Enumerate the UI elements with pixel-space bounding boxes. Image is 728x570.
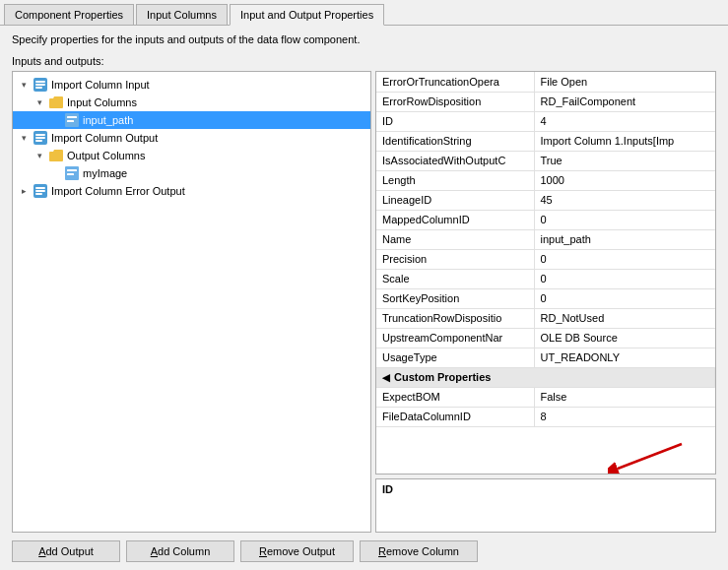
tree-content: ▾ Import Column Input bbox=[13, 72, 370, 532]
svg-rect-6 bbox=[67, 120, 74, 122]
svg-rect-3 bbox=[35, 87, 42, 89]
description-area: ID bbox=[375, 478, 716, 533]
prop-row-truncation-row[interactable]: TruncationRowDispositio RD_NotUsed bbox=[376, 308, 715, 328]
svg-rect-12 bbox=[67, 169, 77, 171]
tree-item-my-image[interactable]: myImage bbox=[13, 164, 370, 182]
folder-icon-input-columns bbox=[48, 95, 64, 110]
prop-row-scale[interactable]: Scale 0 bbox=[376, 269, 715, 288]
prop-value-lineage-id: 45 bbox=[534, 190, 715, 210]
svg-rect-13 bbox=[67, 173, 74, 175]
right-panel: ErrorOrTruncationOpera File Open ErrorRo… bbox=[375, 71, 716, 533]
expand-icon-input-columns-folder: ▾ bbox=[33, 95, 46, 109]
prop-value-usage-type: UT_READONLY bbox=[534, 348, 715, 367]
description-text: Specify properties for the inputs and ou… bbox=[12, 33, 716, 45]
svg-rect-2 bbox=[35, 84, 45, 86]
prop-row-usage-type[interactable]: UsageType UT_READONLY bbox=[376, 348, 715, 367]
prop-row-error-truncation[interactable]: ErrorOrTruncationOpera File Open bbox=[376, 72, 715, 92]
expand-icon-import-column-output: ▾ bbox=[17, 131, 31, 145]
prop-row-id[interactable]: ID 4 bbox=[376, 111, 715, 131]
prop-value-error-row-disposition: RD_FailComponent bbox=[534, 92, 715, 111]
properties-table-container: ErrorOrTruncationOpera File Open ErrorRo… bbox=[375, 71, 716, 475]
tree-item-import-column-output[interactable]: ▾ Import Column Output bbox=[13, 129, 370, 147]
prop-row-name[interactable]: Name input_path bbox=[376, 229, 715, 249]
prop-value-scale: 0 bbox=[534, 269, 715, 288]
prop-value-id: 4 bbox=[534, 111, 715, 131]
svg-rect-10 bbox=[35, 140, 42, 142]
tree-label-import-column-input: Import Column Input bbox=[51, 79, 150, 91]
prop-name-expect-bom: ExpectBOM bbox=[376, 387, 534, 407]
svg-rect-9 bbox=[35, 137, 45, 139]
prop-value-identification-string: Import Column 1.Inputs[Imp bbox=[534, 131, 715, 151]
tree-label-input-path: input_path bbox=[83, 114, 133, 126]
prop-name-lineage-id: LineageID bbox=[376, 190, 534, 210]
column-icon-my-image bbox=[64, 165, 80, 181]
prop-name-is-associated: IsAssociatedWithOutputC bbox=[376, 151, 534, 170]
prop-row-sort-key-position[interactable]: SortKeyPosition 0 bbox=[376, 288, 715, 308]
prop-value-expect-bom: False bbox=[534, 387, 715, 407]
tab-input-columns[interactable]: Input Columns bbox=[136, 4, 228, 25]
buttons-row: Add Output Add Column Remove Output Remo… bbox=[12, 540, 716, 562]
expand-icon-output-columns-folder: ▾ bbox=[33, 149, 46, 162]
prop-row-expect-bom[interactable]: ExpectBOM False bbox=[376, 387, 715, 407]
table-with-scroll: ErrorOrTruncationOpera File Open ErrorRo… bbox=[376, 72, 715, 474]
prop-value-is-associated: True bbox=[534, 151, 715, 170]
properties-table: ErrorOrTruncationOpera File Open ErrorRo… bbox=[376, 72, 715, 427]
tree-item-input-columns-folder[interactable]: ▾ Input Columns bbox=[13, 94, 370, 111]
prop-row-upstream-component[interactable]: UpstreamComponentNar OLE DB Source bbox=[376, 328, 715, 348]
component-icon-import-column-input bbox=[33, 77, 48, 93]
tree-label-import-column-output: Import Column Output bbox=[51, 132, 158, 144]
prop-section-custom-label: ◀Custom Properties bbox=[376, 367, 715, 387]
folder-icon-output-columns bbox=[48, 148, 64, 163]
prop-row-error-row-disposition[interactable]: ErrorRowDisposition RD_FailComponent bbox=[376, 92, 715, 111]
svg-rect-5 bbox=[67, 116, 77, 118]
prop-value-sort-key-position: 0 bbox=[534, 288, 715, 308]
prop-row-lineage-id[interactable]: LineageID 45 bbox=[376, 190, 715, 210]
desc-area-text: ID bbox=[382, 483, 393, 495]
prop-name-name: Name bbox=[376, 229, 534, 249]
prop-value-upstream-component: OLE DB Source bbox=[534, 328, 715, 348]
prop-name-mapped-column-id: MappedColumnID bbox=[376, 210, 534, 229]
tree-item-import-column-input[interactable]: ▾ Import Column Input bbox=[13, 76, 370, 94]
table-scroll-inner[interactable]: ErrorOrTruncationOpera File Open ErrorRo… bbox=[376, 72, 715, 474]
component-icon-import-column-output bbox=[33, 130, 48, 146]
tree-label-output-columns-folder: Output Columns bbox=[67, 150, 145, 161]
prop-row-identification-string[interactable]: IdentificationString Import Column 1.Inp… bbox=[376, 131, 715, 151]
svg-rect-8 bbox=[35, 134, 45, 136]
prop-value-precision: 0 bbox=[534, 249, 715, 269]
expand-icon-my-image bbox=[48, 166, 62, 180]
prop-name-error-row-disposition: ErrorRowDisposition bbox=[376, 92, 534, 111]
main-container: Component Properties Input Columns Input… bbox=[0, 0, 728, 570]
expand-icon-import-column-error-output: ▸ bbox=[17, 184, 31, 198]
split-pane: ▾ Import Column Input bbox=[12, 71, 716, 533]
tab-input-output-properties[interactable]: Input and Output Properties bbox=[230, 4, 384, 26]
prop-row-mapped-column-id[interactable]: MappedColumnID 0 bbox=[376, 210, 715, 229]
prop-value-file-data-column-id: 8 bbox=[534, 407, 715, 426]
column-icon-input-path bbox=[64, 112, 80, 128]
tree-item-import-column-error-output[interactable]: ▸ Import Column Error Output bbox=[13, 182, 370, 200]
prop-value-truncation-row: RD_NotUsed bbox=[534, 308, 715, 328]
add-output-button[interactable]: Add Output bbox=[12, 540, 120, 562]
prop-name-file-data-column-id: FileDataColumnID bbox=[376, 407, 534, 426]
remove-output-button[interactable]: Remove Output bbox=[240, 540, 354, 562]
tab-bar: Component Properties Input Columns Input… bbox=[0, 0, 728, 26]
svg-rect-16 bbox=[35, 190, 45, 192]
tab-component-properties[interactable]: Component Properties bbox=[4, 4, 134, 25]
prop-value-length: 1000 bbox=[534, 170, 715, 190]
tree-item-input-path[interactable]: input_path bbox=[13, 111, 370, 129]
prop-value-error-truncation: File Open bbox=[534, 72, 715, 92]
content-area: Specify properties for the inputs and ou… bbox=[0, 26, 728, 570]
tree-panel[interactable]: ▾ Import Column Input bbox=[12, 71, 371, 533]
prop-name-error-truncation: ErrorOrTruncationOpera bbox=[376, 72, 534, 92]
prop-row-is-associated[interactable]: IsAssociatedWithOutputC True bbox=[376, 151, 715, 170]
remove-column-button[interactable]: Remove Column bbox=[360, 540, 478, 562]
expand-icon-input-path bbox=[48, 113, 62, 127]
svg-rect-1 bbox=[35, 81, 45, 83]
prop-row-file-data-column-id[interactable]: FileDataColumnID 8 bbox=[376, 407, 715, 426]
tree-item-output-columns-folder[interactable]: ▾ Output Columns bbox=[13, 147, 370, 164]
svg-rect-15 bbox=[35, 187, 45, 189]
prop-row-length[interactable]: Length 1000 bbox=[376, 170, 715, 190]
prop-name-identification-string: IdentificationString bbox=[376, 131, 534, 151]
prop-row-precision[interactable]: Precision 0 bbox=[376, 249, 715, 269]
add-column-button[interactable]: Add Column bbox=[126, 540, 234, 562]
svg-rect-17 bbox=[35, 193, 42, 195]
